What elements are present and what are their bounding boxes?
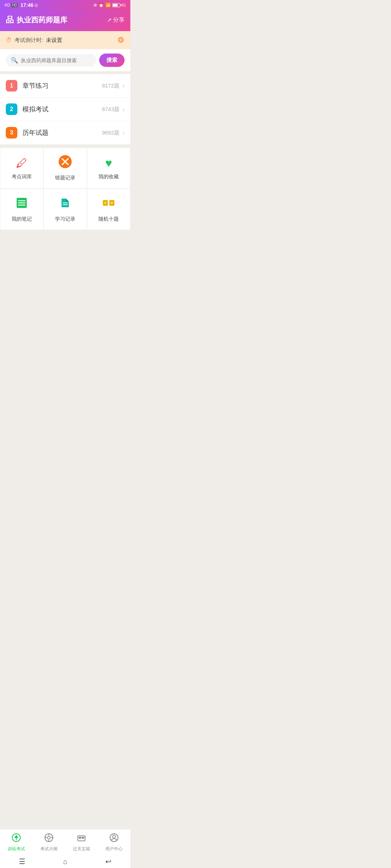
app-header: 品 执业西药师题库 ↗ 分享 xyxy=(0,10,130,31)
share-button[interactable]: ↗ 分享 xyxy=(107,16,125,24)
wordbank-icon: 🖊 xyxy=(16,157,28,170)
share-label: 分享 xyxy=(113,16,125,24)
status-bar: 4G HD 17:46 ◎ ⊕ ⏰ 📶 81 xyxy=(0,0,130,10)
menu-item-chapter[interactable]: 1 章节练习 8172题 › xyxy=(0,74,130,98)
menu-name-mock: 模拟考试 xyxy=(22,105,102,114)
countdown-label: 考试倒计时: xyxy=(14,37,43,44)
svg-point-12 xyxy=(111,202,113,204)
countdown-info: ⏱ 考试倒计时: 未设置 xyxy=(6,37,62,44)
notes-label: 我的笔记 xyxy=(12,216,32,222)
settings-icon[interactable]: ⚙ xyxy=(117,35,125,45)
grid-item-random10[interactable]: 随机十题 xyxy=(87,189,130,230)
app-logo-icon: 品 xyxy=(6,14,14,25)
wrongquestions-icon xyxy=(59,155,72,171)
notes-icon xyxy=(15,196,28,212)
wrongquestions-label: 错题记录 xyxy=(55,175,75,181)
svg-point-11 xyxy=(105,202,106,204)
grid-item-wordbank[interactable]: 🖊 考点词库 xyxy=(0,148,43,189)
studyrecord-label: 学习记录 xyxy=(55,216,75,222)
alarm-icon: ⏰ xyxy=(98,3,104,8)
battery-percent: 81 xyxy=(122,3,126,7)
time-display: 17:46 xyxy=(20,2,33,8)
menu-item-mock[interactable]: 2 模拟考试 6743题 › xyxy=(0,98,130,121)
menu-num-1: 1 xyxy=(6,80,17,92)
menu-count-history: 9692题 xyxy=(102,129,119,136)
wifi-icon: 📶 xyxy=(105,3,111,8)
menu-count-chapter: 8172题 xyxy=(102,82,119,89)
grid-item-studyrecord[interactable]: 学习记录 xyxy=(43,189,87,230)
location-icon: ◎ xyxy=(34,3,38,8)
battery-indicator xyxy=(112,3,120,7)
signal-indicator: 4G xyxy=(4,3,10,8)
countdown-value: 未设置 xyxy=(46,37,62,44)
search-bar: 🔍 搜索 xyxy=(0,49,130,71)
content-area xyxy=(0,230,130,313)
menu-count-mock: 6743题 xyxy=(102,106,119,113)
favorites-label: 我的收藏 xyxy=(98,174,119,180)
search-input-wrap: 🔍 xyxy=(6,54,96,67)
chevron-icon-history: › xyxy=(122,129,125,137)
random10-label: 随机十题 xyxy=(98,216,119,222)
favorites-icon: ♥ xyxy=(105,157,112,170)
menu-num-3: 3 xyxy=(6,127,17,139)
wordbank-label: 考点词库 xyxy=(12,174,32,180)
bluetooth-icon: ⊕ xyxy=(93,3,97,8)
menu-num-2: 2 xyxy=(6,103,17,115)
menu-item-history[interactable]: 3 历年试题 9692题 › xyxy=(0,121,130,145)
search-magnifier-icon: 🔍 xyxy=(11,57,18,64)
grid-item-wrongquestions[interactable]: 错题记录 xyxy=(43,148,87,189)
search-button[interactable]: 搜索 xyxy=(99,54,125,67)
hd-indicator: HD xyxy=(11,3,18,7)
countdown-bar: ⏱ 考试倒计时: 未设置 ⚙ xyxy=(0,31,130,49)
grid-item-notes[interactable]: 我的笔记 xyxy=(0,189,43,230)
search-input[interactable] xyxy=(21,58,91,63)
random10-icon xyxy=(102,196,115,212)
menu-name-history: 历年试题 xyxy=(22,128,102,137)
app-title: 执业西药师题库 xyxy=(17,15,67,25)
studyrecord-icon xyxy=(59,196,72,212)
header-title-group: 品 执业西药师题库 xyxy=(6,14,67,25)
menu-list: 1 章节练习 8172题 › 2 模拟考试 6743题 › 3 历年试题 969… xyxy=(0,74,130,145)
chevron-icon-mock: › xyxy=(122,106,125,113)
share-icon: ↗ xyxy=(107,17,112,24)
grid-item-favorites[interactable]: ♥ 我的收藏 xyxy=(87,148,130,189)
clock-icon: ⏱ xyxy=(6,37,12,43)
feature-grid: 🖊 考点词库 错题记录 ♥ 我的收藏 我的笔记 xyxy=(0,148,130,230)
menu-name-chapter: 章节练习 xyxy=(22,81,102,90)
chevron-icon-chapter: › xyxy=(122,82,125,90)
